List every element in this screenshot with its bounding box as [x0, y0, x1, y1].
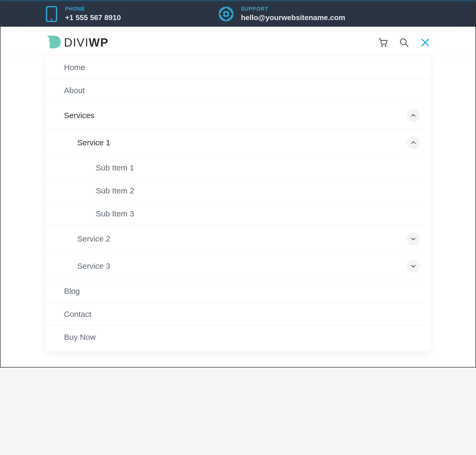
mobile-menu-panel: Home About Services Service 1 Sub Item 1 — [45, 56, 431, 351]
menu-sub-item-3[interactable]: Sub Item 3 — [45, 202, 431, 225]
menu-service-2[interactable]: Service 2 — [45, 225, 431, 253]
support-label: SUPPORT — [241, 6, 345, 12]
menu-item-label: Service 1 — [77, 138, 110, 147]
menu-item-label: Home — [64, 63, 85, 72]
phone-icon — [45, 6, 58, 22]
menu-item-label: Blog — [64, 287, 80, 296]
phone-label: PHONE — [65, 6, 121, 12]
menu-blog[interactable]: Blog — [45, 280, 431, 303]
cart-icon[interactable] — [378, 37, 388, 48]
svg-point-9 — [385, 45, 386, 47]
chevron-down-icon[interactable] — [407, 232, 420, 245]
topbar-phone[interactable]: PHONE +1 555 567 8910 — [45, 6, 121, 22]
menu-item-label: Sub Item 1 — [96, 163, 134, 172]
menu-sub-item-1[interactable]: Sub Item 1 — [45, 156, 431, 179]
menu-item-label: About — [64, 86, 85, 95]
logo-d-icon — [45, 34, 61, 51]
search-icon[interactable] — [399, 37, 409, 48]
menu-item-label: Services — [64, 111, 94, 120]
svg-point-8 — [381, 45, 383, 47]
menu-item-label: Contact — [64, 310, 91, 319]
header: DIVIWP — [1, 27, 475, 56]
logo[interactable]: DIVIWP — [45, 34, 108, 51]
menu-services-children: Service 1 Sub Item 1 Sub Item 2 Sub Item… — [45, 129, 431, 280]
support-value: hello@yourwebsitename.com — [241, 13, 345, 22]
svg-point-3 — [224, 12, 228, 16]
chevron-up-icon[interactable] — [407, 136, 420, 149]
svg-point-1 — [51, 18, 52, 20]
menu-services[interactable]: Services — [45, 102, 431, 129]
menu-item-label: Service 2 — [77, 234, 110, 243]
menu-item-label: Buy Now — [64, 333, 96, 342]
menu-service-3[interactable]: Service 3 — [45, 253, 431, 280]
menu-contact[interactable]: Contact — [45, 303, 431, 326]
menu-sub-item-2[interactable]: Sub Item 2 — [45, 179, 431, 202]
topbar: PHONE +1 555 567 8910 SUPPORT hello@your… — [1, 1, 475, 27]
lifesaver-icon — [219, 7, 234, 21]
chevron-down-icon[interactable] — [407, 259, 420, 273]
menu-item-label: Sub Item 3 — [96, 209, 134, 218]
menu-about[interactable]: About — [45, 79, 431, 102]
close-icon[interactable] — [420, 37, 431, 48]
phone-value: +1 555 567 8910 — [65, 13, 121, 22]
menu-item-label: Service 3 — [77, 262, 110, 271]
svg-line-11 — [406, 44, 408, 47]
svg-point-10 — [400, 39, 406, 45]
menu-item-label: Sub Item 2 — [96, 186, 134, 195]
menu-home[interactable]: Home — [45, 56, 431, 79]
logo-text: DIVIWP — [64, 36, 108, 49]
menu-service-1[interactable]: Service 1 — [45, 129, 431, 156]
chevron-up-icon[interactable] — [407, 109, 420, 122]
menu-buy-now[interactable]: Buy Now — [45, 326, 431, 349]
topbar-support[interactable]: SUPPORT hello@yourwebsitename.com — [219, 6, 345, 22]
